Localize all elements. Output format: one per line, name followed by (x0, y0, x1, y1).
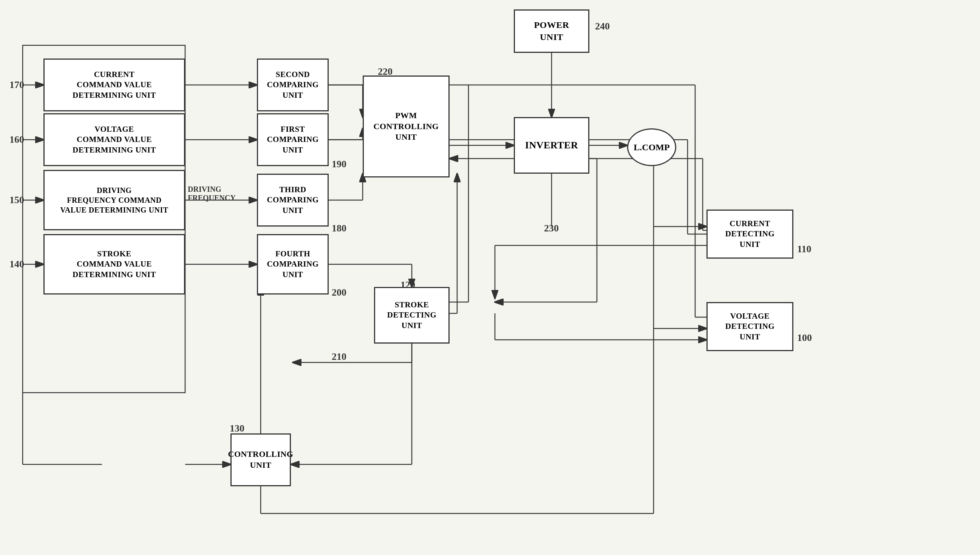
inverter-block: INVERTER (514, 117, 590, 174)
label-110: 110 (797, 244, 811, 255)
driving-frequency-label: DRIVINGFREQUENCY (188, 185, 236, 202)
current-detecting-block: CURRENT DETECTING UNIT (707, 210, 794, 258)
stroke-detecting-block: STROKE DETECTING UNIT (374, 287, 450, 343)
label-230: 230 (544, 223, 559, 234)
driving-frequency-cmd-block: DRIVING FREQUENCY COMMAND VALUE DETERMIN… (43, 170, 185, 230)
lcomp-block: L.COMP (627, 128, 676, 166)
label-100: 100 (797, 332, 812, 343)
stroke-command-value-block: STROKE COMMAND VALUE DETERMINING UNIT (43, 234, 185, 295)
label-140: 140 (10, 258, 24, 270)
voltage-command-value-block: VOLTAGE COMMAND VALUE DETERMINING UNIT (43, 113, 185, 166)
label-150: 150 (10, 194, 24, 206)
fourth-comparing-block: FOURTH COMPARING UNIT (257, 234, 329, 295)
label-160: 160 (10, 134, 24, 145)
label-180: 180 (332, 223, 347, 234)
label-200: 200 (332, 287, 347, 298)
pwm-controlling-block: PWM CONTROLLING UNIT (363, 75, 450, 178)
third-comparing-block: THIRD COMPARING UNIT (257, 174, 329, 226)
power-unit-block: POWER UNIT (514, 10, 590, 53)
first-comparing-block: FIRST COMPARING UNIT (257, 113, 329, 166)
label-210: 210 (332, 351, 347, 363)
voltage-detecting-block: VOLTAGE DETECTING UNIT (707, 302, 794, 351)
diagram: CURRENT COMMAND VALUE DETERMINING UNIT V… (0, 0, 980, 555)
second-comparing-block: SECOND COMPARING UNIT (257, 59, 329, 111)
label-170: 170 (10, 79, 24, 91)
label-190: 190 (332, 159, 347, 170)
label-240: 240 (595, 21, 610, 32)
label-220: 220 (378, 66, 392, 77)
label-120: 120 (400, 279, 415, 291)
label-130: 130 (230, 423, 244, 434)
controlling-unit-block: CONTROLLING UNIT (230, 433, 291, 486)
current-command-value-block: CURRENT COMMAND VALUE DETERMINING UNIT (43, 59, 185, 111)
